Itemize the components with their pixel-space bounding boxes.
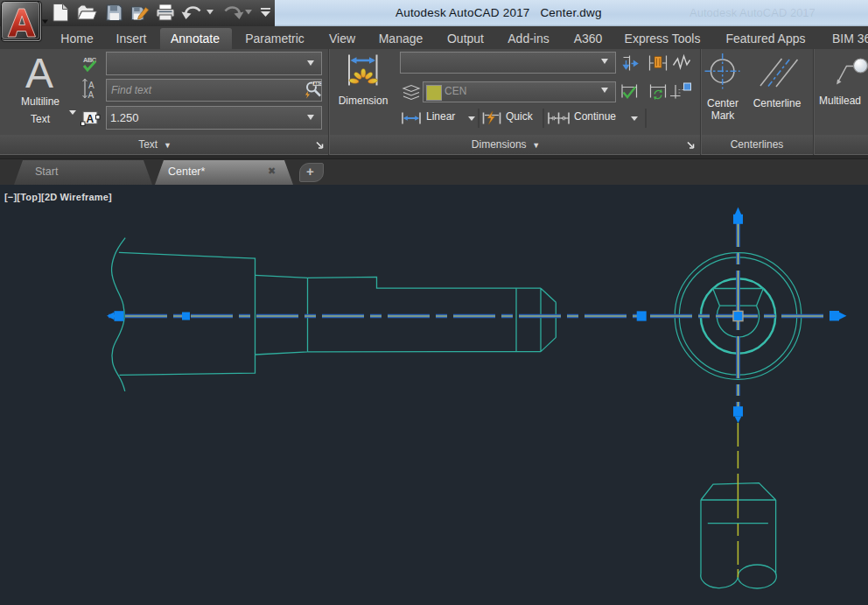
- svg-text:A: A: [87, 113, 94, 125]
- svg-text:A: A: [88, 81, 94, 90]
- svg-text:ABC: ABC: [314, 81, 322, 86]
- svg-text:A: A: [88, 90, 94, 100]
